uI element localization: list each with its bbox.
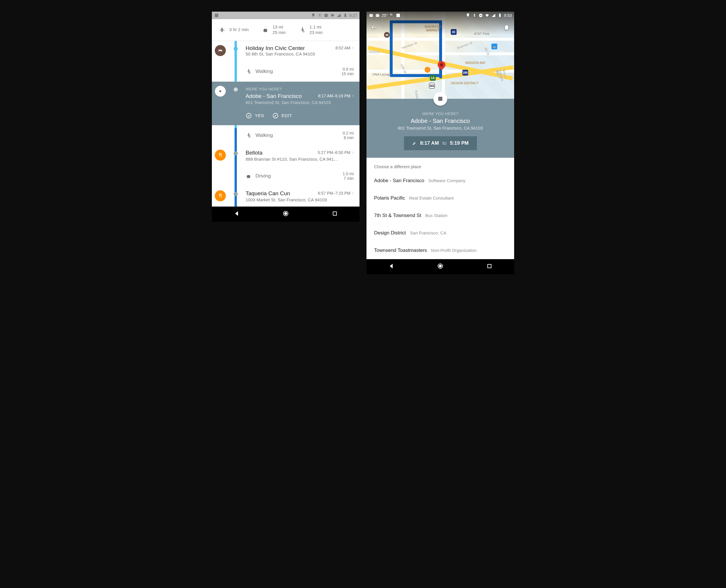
android-nav-bar <box>212 207 359 222</box>
place-option[interactable]: Design District San Francisco, CA <box>367 224 514 242</box>
nav-home-button[interactable] <box>437 262 444 271</box>
svg-point-6 <box>248 69 249 70</box>
bluetooth-icon <box>472 13 477 18</box>
nav-back-button[interactable] <box>233 210 240 218</box>
place-address: 601 Townsend St, San Francisco, CA 94103 <box>372 126 508 130</box>
svg-rect-15 <box>376 14 379 17</box>
svg-rect-14 <box>369 14 373 17</box>
location-icon <box>311 13 316 18</box>
trip-summary: 3 hr 2 min 13 mi 25 min 1.1 mi 23 min <box>212 19 359 41</box>
place-time: 6:57 PM–7:23 PM <box>318 191 351 195</box>
map-label: DESIGN DISTRICT <box>451 81 479 85</box>
summary-flight[interactable]: 3 hr 2 min <box>219 24 249 36</box>
gmail-icon <box>369 13 373 18</box>
status-bar: 9:27 <box>212 12 359 19</box>
wifi-icon <box>330 13 335 18</box>
place-address: 601 Townsend St, San Francisco, CA 94103 <box>246 100 354 105</box>
wifi-icon <box>485 13 490 18</box>
nav-recents-button[interactable] <box>486 262 493 271</box>
svg-rect-0 <box>215 14 218 17</box>
us-route-shield-icon: 101 <box>429 83 435 89</box>
timeline-place-hotel[interactable]: Holiday Inn Civic Center 50 8th St, San … <box>212 41 359 61</box>
delete-button[interactable] <box>502 23 511 31</box>
chevron-right-icon: › <box>352 190 354 195</box>
status-time: 9:53 <box>504 13 512 18</box>
choose-place-label: Choose a different place <box>367 158 514 172</box>
place-option[interactable]: 7th St & Townsend St Bus Station <box>367 207 514 224</box>
timeline-transit-drive[interactable]: Driving 1.0 mi 7 min <box>212 166 359 186</box>
timeline-place-restaurant[interactable]: Taqueria Can Cun 6:57 PM–7:23 PM › 1003 … <box>212 186 359 207</box>
restaurant-icon <box>215 150 226 161</box>
status-bar: 25° 9:53 <box>367 12 514 19</box>
nav-back-button[interactable] <box>388 262 395 271</box>
edit-circle-icon <box>272 112 279 119</box>
place-option[interactable]: Townsend Toastmasters Non-Profit Organiz… <box>367 242 514 259</box>
nav-recents-button[interactable] <box>331 210 338 218</box>
status-time: 9:27 <box>349 13 357 18</box>
plane-icon <box>219 27 225 33</box>
place-time: 5:27 PM–6:50 PM <box>318 150 351 155</box>
timeline-place-highlighted[interactable]: WERE YOU HERE? Adobe - San Francisco 8:1… <box>212 82 359 125</box>
edit-time-button[interactable]: 8:17 AM to 5:19 PM <box>404 136 477 150</box>
visit-prompt: WERE YOU HERE? <box>246 87 354 91</box>
hotel-icon <box>215 45 226 56</box>
map-label: ncisco <box>369 49 380 54</box>
edit-button[interactable]: EDIT <box>272 112 292 119</box>
summary-walk[interactable]: 1.1 mi 23 min <box>299 24 323 36</box>
place-name: Adobe - San Francisco <box>372 118 508 124</box>
place-name: Taqueria Can Cun <box>246 190 290 197</box>
car-icon <box>262 27 269 33</box>
place-name: Holiday Inn Civic Center <box>246 45 315 51</box>
place-address: 1003 Market St, San Francisco, CA 94103 <box>246 197 354 202</box>
chevron-right-icon: › <box>352 45 354 50</box>
timeline-place-restaurant[interactable]: Bellota 5:27 PM–6:50 PM › 888 Brannan St… <box>212 146 359 166</box>
map-label: MISSION BAY <box>465 61 486 64</box>
nav-home-button[interactable] <box>282 210 289 218</box>
battery-icon <box>498 13 502 18</box>
back-button[interactable] <box>370 23 378 31</box>
svg-rect-19 <box>499 14 500 17</box>
svg-point-5 <box>302 27 303 28</box>
interstate-shield-icon: 280 <box>462 70 468 76</box>
map-poi-restaurant-icon: 🍴 <box>424 67 431 72</box>
place-time: 8:02 AM <box>335 46 350 50</box>
map-view[interactable]: 🍴 🛏 80 101 280 1A 🚌 SOUTH OF MARKET MISS… <box>367 12 514 99</box>
timeline-transit-walk[interactable]: Walking 0.9 mi 15 min <box>212 61 359 82</box>
place-time: 8:17 AM–5:19 PM <box>318 93 350 98</box>
walk-icon <box>246 68 251 75</box>
svg-rect-7 <box>220 90 221 92</box>
timeline-transit-walk[interactable]: Walking 0.2 mi 8 min <box>212 125 359 146</box>
signal-icon <box>491 13 496 18</box>
location-icon <box>465 13 470 18</box>
summary-drive[interactable]: 13 mi 25 min <box>262 24 286 36</box>
dropbox-icon <box>390 13 394 18</box>
svg-rect-20 <box>499 13 500 14</box>
svg-rect-13 <box>333 212 336 215</box>
stop-icon <box>215 86 226 97</box>
image-icon <box>214 13 219 18</box>
svg-point-10 <box>248 133 249 134</box>
signal-icon <box>336 13 341 18</box>
svg-point-8 <box>246 113 251 118</box>
place-address: 888 Brannan St #110, San Francisco, CA 9… <box>246 156 354 162</box>
transit-stop-icon: 🚌 <box>492 44 497 49</box>
confirm-yes-button[interactable]: YES <box>246 112 264 119</box>
svg-rect-4 <box>345 13 346 14</box>
bluetooth-icon <box>317 13 322 18</box>
svg-point-12 <box>284 212 287 215</box>
check-circle-icon <box>246 112 252 119</box>
visit-prompt: WERE YOU HERE? <box>372 111 508 116</box>
place-option[interactable]: Adobe - San Francisco Software Company <box>367 172 514 189</box>
chevron-right-icon: › <box>352 93 354 98</box>
place-option[interactable]: Polaris Pacific Real Estate Consultant <box>367 189 514 207</box>
dnd-icon <box>478 13 483 18</box>
phone-right-map: 🍴 🛏 80 101 280 1A 🚌 SOUTH OF MARKET MISS… <box>367 12 514 274</box>
car-icon <box>246 173 251 179</box>
restaurant-icon <box>215 190 226 201</box>
pencil-icon <box>412 141 417 146</box>
place-name: Adobe - San Francisco <box>246 93 302 99</box>
svg-rect-16 <box>396 14 400 17</box>
timeline-list[interactable]: Holiday Inn Civic Center 50 8th St, San … <box>212 41 359 207</box>
battery-icon <box>343 13 348 18</box>
map-label: ONA Lounge <box>372 72 391 76</box>
